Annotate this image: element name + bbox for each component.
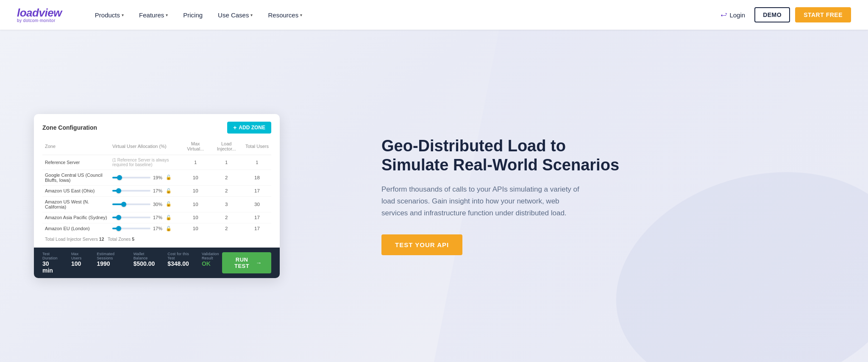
zone-load-injectors: 2 bbox=[210, 170, 243, 185]
hero-headline: Geo-Distributed Load toSimulate Real-Wor… bbox=[381, 136, 834, 175]
login-button[interactable]: ⮐ Login bbox=[716, 11, 749, 19]
test-api-button[interactable]: TEST YOUR API bbox=[381, 234, 462, 255]
zone-card-header: Zone Configuration ADD ZONE bbox=[42, 122, 271, 134]
zone-row: Amazon US East (Ohio)17%🔓10217 bbox=[42, 185, 271, 196]
ref-zone: Reference Server bbox=[42, 155, 110, 170]
ref-load: 1 bbox=[210, 155, 243, 170]
nav-actions: ⮐ Login DEMO START FREE bbox=[716, 7, 851, 22]
chevron-down-icon: ▾ bbox=[300, 13, 302, 17]
nav-pricing[interactable]: Pricing bbox=[175, 11, 210, 19]
stat-max-users: Max Users 100 bbox=[71, 252, 84, 274]
logo-text: loadview bbox=[17, 7, 62, 18]
col-load: Load Injector... bbox=[210, 139, 243, 155]
total-injectors: 12 bbox=[99, 237, 104, 242]
zone-max: 10 bbox=[181, 185, 210, 196]
zone-slider-cell[interactable]: 19%🔓 bbox=[110, 170, 181, 185]
zone-row: Amazon EU (London)17%🔓10217 bbox=[42, 223, 271, 234]
col-total: Total Users bbox=[243, 139, 271, 155]
zone-configuration-card: Zone Configuration ADD ZONE Zone Virtual… bbox=[34, 114, 280, 278]
zone-load-injectors: 3 bbox=[210, 196, 243, 212]
footer-stats: Test Duration 30 min Max Users 100 Estim… bbox=[42, 252, 222, 274]
navigation: loadview by dotcom·monitor Products ▾ Fe… bbox=[0, 0, 868, 30]
zone-load-injectors: 2 bbox=[210, 185, 243, 196]
zone-name: Amazon Asia Pacific (Sydney) bbox=[42, 212, 110, 223]
zone-slider-cell[interactable]: 17%🔓 bbox=[110, 223, 181, 234]
zone-max: 10 bbox=[181, 223, 210, 234]
run-test-button[interactable]: RUN TEST bbox=[222, 252, 271, 273]
chevron-down-icon: ▾ bbox=[250, 13, 253, 17]
add-zone-button[interactable]: ADD ZONE bbox=[227, 122, 271, 134]
hero-widget-area: Zone Configuration ADD ZONE Zone Virtual… bbox=[34, 114, 356, 278]
zone-max: 10 bbox=[181, 212, 210, 223]
zone-total-users: 17 bbox=[243, 212, 271, 223]
zone-load-injectors: 2 bbox=[210, 212, 243, 223]
zone-card-body: Zone Configuration ADD ZONE Zone Virtual… bbox=[34, 114, 280, 248]
zone-slider-cell[interactable]: 30%🔓 bbox=[110, 196, 181, 212]
col-zone: Zone bbox=[42, 139, 110, 155]
lock-icon: 🔓 bbox=[166, 226, 172, 231]
nav-links: Products ▾ Features ▾ Pricing Use Cases … bbox=[87, 11, 717, 19]
chevron-down-icon: ▾ bbox=[166, 13, 168, 17]
login-icon: ⮐ bbox=[721, 11, 727, 19]
stat-validation: Validation Result OK bbox=[202, 252, 222, 274]
zone-row: Amazon Asia Pacific (Sydney)17%🔓10217 bbox=[42, 212, 271, 223]
totals-row: Total Load Injector Servers 12 Total Zon… bbox=[42, 234, 271, 243]
nav-products[interactable]: Products ▾ bbox=[87, 11, 131, 19]
zone-name: Amazon US West (N. California) bbox=[42, 196, 110, 212]
table-header-row: Zone Virtual User Allocation (%) Max Vir… bbox=[42, 139, 271, 155]
zone-table: Zone Virtual User Allocation (%) Max Vir… bbox=[42, 139, 271, 234]
stat-cost: Cost for this Test $348.00 bbox=[167, 252, 189, 274]
zone-row: Google Central US (Council Bluffs, Iowa)… bbox=[42, 170, 271, 185]
hero-description: Perform thousands of calls to your APIs … bbox=[381, 184, 585, 219]
ref-total: 1 bbox=[243, 155, 271, 170]
zone-total-users: 30 bbox=[243, 196, 271, 212]
demo-button[interactable]: DEMO bbox=[754, 7, 790, 22]
zone-name: Google Central US (Council Bluffs, Iowa) bbox=[42, 170, 110, 185]
hero-copy-area: Geo-Distributed Load toSimulate Real-Wor… bbox=[356, 136, 834, 255]
zone-max: 10 bbox=[181, 170, 210, 185]
zone-total-users: 17 bbox=[243, 185, 271, 196]
col-allocation: Virtual User Allocation (%) bbox=[110, 139, 181, 155]
logo[interactable]: loadview by dotcom·monitor bbox=[17, 7, 62, 23]
zone-slider-cell[interactable]: 17%🔓 bbox=[110, 185, 181, 196]
total-zones: 5 bbox=[132, 237, 134, 242]
zone-total-users: 18 bbox=[243, 170, 271, 185]
lock-icon: 🔓 bbox=[166, 201, 172, 207]
zone-load-injectors: 2 bbox=[210, 223, 243, 234]
logo-subtext: by dotcom·monitor bbox=[17, 18, 62, 23]
zone-name: Amazon EU (London) bbox=[42, 223, 110, 234]
nav-features[interactable]: Features ▾ bbox=[131, 11, 175, 19]
zone-config-title: Zone Configuration bbox=[42, 124, 97, 131]
hero-section: Zone Configuration ADD ZONE Zone Virtual… bbox=[0, 30, 868, 362]
nav-use-cases[interactable]: Use Cases ▾ bbox=[210, 11, 260, 19]
ref-note: (1 Reference Server is always required f… bbox=[110, 155, 181, 170]
lock-icon: 🔓 bbox=[166, 175, 172, 180]
start-free-button[interactable]: START FREE bbox=[795, 7, 851, 22]
stat-wallet-balance: Wallet Balance $500.00 bbox=[134, 252, 155, 274]
zone-card-footer: Test Duration 30 min Max Users 100 Estim… bbox=[34, 248, 280, 278]
stat-test-duration: Test Duration 30 min bbox=[42, 252, 58, 274]
nav-resources[interactable]: Resources ▾ bbox=[260, 11, 310, 19]
zone-row: Amazon US West (N. California)30%🔓10330 bbox=[42, 196, 271, 212]
lock-icon: 🔓 bbox=[166, 188, 172, 194]
chevron-down-icon: ▾ bbox=[122, 13, 124, 17]
stat-estimated-sessions: Estimated Sessions 1990 bbox=[97, 252, 120, 274]
reference-server-row: Reference Server (1 Reference Server is … bbox=[42, 155, 271, 170]
ref-max: 1 bbox=[181, 155, 210, 170]
zone-total-users: 17 bbox=[243, 223, 271, 234]
lock-icon: 🔓 bbox=[166, 215, 172, 220]
col-max: Max Virtual... bbox=[181, 139, 210, 155]
zone-max: 10 bbox=[181, 196, 210, 212]
zone-name: Amazon US East (Ohio) bbox=[42, 185, 110, 196]
zone-slider-cell[interactable]: 17%🔓 bbox=[110, 212, 181, 223]
